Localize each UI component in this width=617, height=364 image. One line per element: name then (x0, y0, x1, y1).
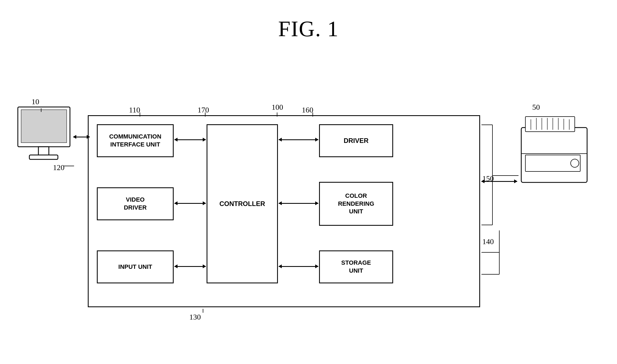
video-controller-arrow (174, 203, 206, 204)
ref-130: 130 (189, 313, 201, 321)
diagram-area: 10 120 COMMUNICATION INTERFACE UNIT VIDE… (0, 82, 617, 364)
main-system-box: COMMUNICATION INTERFACE UNIT VIDEO DRIVE… (88, 115, 480, 307)
svg-point-15 (571, 159, 579, 167)
ref-140: 140 (482, 237, 494, 246)
svg-rect-2 (38, 147, 49, 156)
ref-50: 50 (532, 103, 540, 112)
storage-unit-box: STORAGE UNIT (319, 250, 393, 283)
input-controller-arrow (174, 266, 206, 267)
monitor-device (15, 104, 73, 168)
svg-rect-3 (29, 155, 58, 159)
controller-box: CONTROLLER (207, 124, 278, 283)
svg-rect-1 (21, 110, 67, 143)
controller-color-arrow (279, 203, 318, 204)
comm-interface-box: COMMUNICATION INTERFACE UNIT (97, 124, 174, 157)
svg-rect-5 (525, 117, 575, 132)
ref-110: 110 (129, 106, 140, 114)
controller-storage-arrow (279, 266, 318, 267)
video-driver-box: VIDEO DRIVER (97, 187, 174, 220)
printer-device (516, 111, 598, 194)
ref-160: 160 (302, 106, 313, 114)
ref-120: 120 (53, 163, 64, 172)
comm-controller-arrow (174, 139, 206, 140)
monitor-to-mainbox-arrow (73, 137, 90, 137)
driver-box: DRIVER (319, 124, 393, 157)
color-rendering-box: COLOR RENDERING UNIT (319, 182, 393, 226)
input-unit-box: INPUT UNIT (97, 250, 174, 283)
mainbox-to-printer-arrow (481, 181, 517, 182)
page-title: FIG. 1 (0, 0, 617, 41)
controller-driver-arrow (279, 139, 318, 140)
ref-170: 170 (198, 106, 209, 114)
ref-100: 100 (272, 103, 283, 112)
